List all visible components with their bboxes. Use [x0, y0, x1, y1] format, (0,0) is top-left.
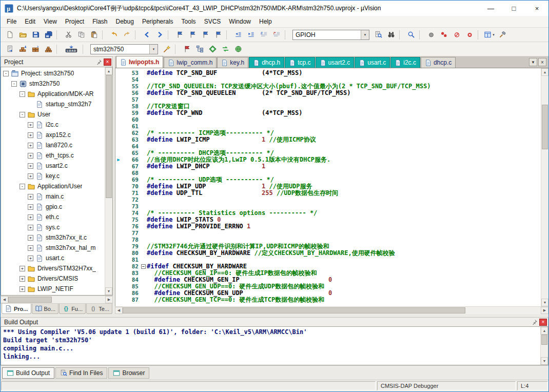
breakpoint-enable-all-button[interactable] — [438, 29, 450, 41]
editor-tab-lwipopts-h[interactable]: lwipopts.h — [116, 56, 163, 68]
scroll-down-icon[interactable]: ▼ — [541, 357, 548, 365]
editor-tab-tcp-c[interactable]: tcp.c — [285, 57, 315, 68]
bookmark-clear-all-button[interactable] — [212, 29, 224, 41]
editor-tab-usart-c[interactable]: usart.c — [355, 57, 390, 68]
editor-tab-dhcp-c[interactable]: dhcp.c — [421, 57, 456, 68]
expand-icon[interactable]: + — [28, 235, 33, 241]
code-line-76[interactable]: 76#define LWIP_PROVIDE_ERRNO 1 — [115, 223, 541, 230]
expand-icon[interactable]: + — [28, 153, 33, 159]
expand-icon[interactable]: + — [28, 132, 33, 138]
debug-start-button[interactable] — [181, 44, 193, 55]
tree-item-stm32h750[interactable]: -stm32h750 — [1, 79, 105, 89]
editor-scrollbar-horizontal[interactable]: ◀ ▶ — [115, 306, 548, 314]
code-line-60[interactable]: 60 — [115, 116, 541, 123]
tree-item-lwip-netif[interactable]: +LWIP_NETIF — [1, 284, 105, 294]
debug-windows-button[interactable]: ▼ — [483, 29, 496, 41]
scroll-left-icon[interactable]: ◀ — [115, 307, 123, 314]
indent-button[interactable] — [245, 29, 257, 41]
nav-forward-button[interactable] — [153, 29, 166, 41]
tree-item-sys-c[interactable]: +sys.c — [1, 222, 105, 232]
menu-debug[interactable]: Debug — [112, 17, 138, 26]
symbol-combo-dropdown-icon[interactable]: ▼ — [361, 30, 369, 40]
incremental-find-button[interactable] — [405, 29, 417, 41]
build-button[interactable] — [16, 44, 29, 55]
expand-icon[interactable]: + — [19, 266, 25, 271]
menu-window[interactable]: Window — [225, 17, 255, 26]
collapse-icon[interactable]: - — [19, 91, 25, 97]
scrollbar-thumb[interactable] — [541, 335, 547, 345]
editor-tab-dhcp-h[interactable]: dhcp.h — [249, 57, 284, 68]
tree-item-key-c[interactable]: +key.c — [1, 171, 105, 181]
scroll-up-icon[interactable]: ▲ — [105, 67, 112, 75]
batch-build-button[interactable] — [42, 44, 54, 55]
menu-flash[interactable]: Flash — [88, 17, 111, 26]
breakpoint-toggle-button[interactable] — [425, 29, 437, 41]
expand-icon[interactable]: + — [28, 225, 33, 230]
code-line-80[interactable]: 80#define CHECKSUM_BY_HARDWARE //定义CHECK… — [115, 250, 541, 257]
scrollbar-thumb[interactable] — [542, 105, 548, 149]
scrollbar-thumb[interactable] — [123, 307, 465, 313]
find-button[interactable] — [385, 29, 397, 41]
collapse-icon[interactable]: - — [19, 112, 25, 117]
menu-help[interactable]: Help — [255, 17, 276, 26]
pack-installer-button[interactable] — [232, 44, 244, 55]
code-line-87[interactable]: 87 //CHECKSUM_GEN_TCP==0: 硬件生成TCP数据包的帧校验… — [115, 297, 541, 303]
menu-tools[interactable]: Tools — [178, 17, 200, 26]
tree-item-eth-tcps-c[interactable]: +eth_tcps.c — [1, 150, 105, 161]
maximize-button[interactable]: □ — [502, 1, 525, 16]
tree-item-gpio-c[interactable]: +gpio.c — [1, 202, 105, 212]
output-scrollbar-vertical[interactable]: ▲ ▼ — [540, 327, 548, 365]
scrollbar-thumb[interactable] — [106, 75, 112, 198]
tree-item-project-stm32h750[interactable]: -Project: stm32h750 — [1, 68, 105, 79]
menu-edit[interactable]: Edit — [21, 17, 40, 26]
cut-button[interactable] — [62, 29, 74, 41]
copy-button[interactable] — [75, 29, 87, 41]
options-for-target-button[interactable] — [161, 44, 173, 55]
find-in-files-button[interactable] — [372, 29, 384, 41]
tree-item-axp152-c[interactable]: +axp152.c — [1, 130, 105, 140]
editor-scrollbar-vertical[interactable]: ▲ ▼ — [541, 68, 548, 306]
bottom-tab-find-in-files[interactable]: Find In Files — [55, 367, 107, 379]
rebuild-button[interactable] — [29, 44, 42, 55]
configure-button[interactable] — [496, 29, 508, 41]
uncomment-button[interactable]: /* — [270, 29, 283, 41]
tree-item-main-c[interactable]: +main.c — [1, 191, 105, 202]
menu-project[interactable]: Project — [61, 17, 88, 26]
panel-tab-te[interactable]: ()Te... — [86, 304, 112, 314]
expand-icon[interactable]: + — [19, 286, 25, 292]
breakpoint-disable-button[interactable] — [450, 29, 463, 41]
pin-icon[interactable] — [531, 319, 538, 326]
expand-icon[interactable]: + — [28, 143, 33, 148]
expand-icon[interactable]: + — [28, 204, 33, 210]
code-line-67[interactable]: 67#define LWIP_DHCP 1 — [115, 163, 541, 170]
tab-list-dropdown-icon[interactable]: ▼ — [529, 58, 537, 66]
code-line-56[interactable]: 56#define TCP_SND_QUEUELEN (2* TCP_SND_B… — [115, 90, 541, 96]
breakpoint-kill-all-button[interactable] — [463, 29, 476, 41]
fold-collapse-icon[interactable]: − — [141, 264, 146, 269]
collapse-icon[interactable]: - — [19, 184, 25, 189]
scroll-down-icon[interactable]: ▼ — [541, 299, 548, 306]
tree-item-user[interactable]: -User — [1, 109, 105, 120]
project-scrollbar-horizontal[interactable]: ◀ ▶ — [1, 296, 113, 303]
tree-item-drivers-stm32h7xx-[interactable]: +Drivers/STM32H7xx_ — [1, 263, 105, 273]
bookmark-toggle-button[interactable] — [173, 29, 186, 41]
collapse-icon[interactable]: - — [11, 81, 17, 87]
debug-windows-menu-arrow-icon[interactable]: ▼ — [492, 33, 495, 36]
code-line-72[interactable]: 72 — [115, 197, 541, 203]
editor-tab-key-h[interactable]: key.h — [217, 57, 248, 68]
target-combo-dropdown-icon[interactable]: ▼ — [149, 45, 158, 54]
close-panel-button[interactable]: × — [104, 58, 111, 66]
file-extensions-button[interactable] — [193, 44, 206, 55]
run-time-env-button[interactable] — [219, 44, 231, 55]
scroll-up-icon[interactable]: ▲ — [541, 327, 548, 335]
target-combo[interactable]: stm32h750▼ — [90, 44, 158, 54]
tree-item-lan8720-c[interactable]: +lan8720.c — [1, 140, 105, 150]
tree-item-i2c-c[interactable]: +i2c.c — [1, 120, 105, 130]
manage-rte-button[interactable] — [206, 44, 219, 55]
bottom-tab-browser[interactable]: Browser — [108, 367, 149, 379]
panel-tab-pro[interactable]: Pro... — [2, 304, 31, 314]
code-editor[interactable]: 53#define TCP_SND_BUF (4*TCP_MSS)5455//T… — [115, 68, 541, 306]
expand-icon[interactable]: + — [28, 163, 33, 169]
menu-file[interactable]: File — [3, 17, 21, 26]
project-scrollbar-vertical[interactable]: ▲ ▼ — [105, 67, 112, 295]
